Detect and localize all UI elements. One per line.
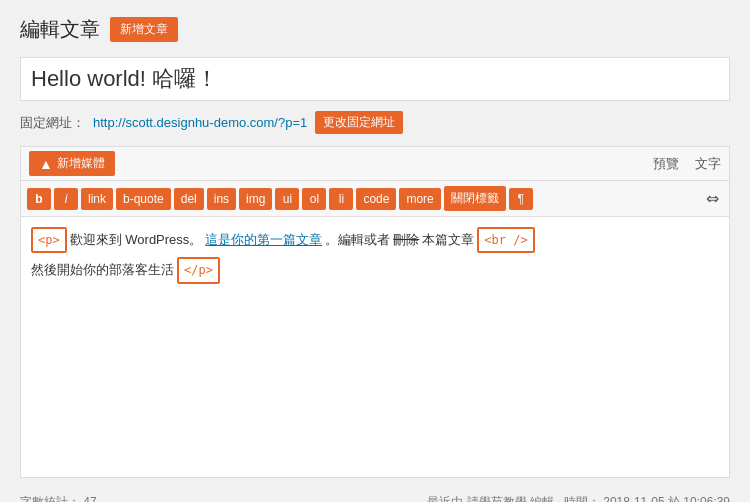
p-close-tag: </p> (177, 257, 220, 283)
tab-text[interactable]: 文字 (695, 153, 721, 175)
content-text-article: 本篇文章 (422, 229, 474, 251)
page-title: 編輯文章 (20, 16, 100, 43)
blockquote-button[interactable]: b-quote (116, 188, 171, 210)
editor-toolbar-top: ▲ 新增媒體 預覽 文字 (21, 147, 729, 181)
permalink-row: 固定網址： http://scott.designhu-demo.com/?p=… (20, 111, 730, 134)
p-open-tag: <p> (31, 227, 67, 253)
bold-button[interactable]: b (27, 188, 51, 210)
add-media-button[interactable]: ▲ 新增媒體 (29, 151, 115, 176)
word-count-value: 47 (83, 495, 96, 502)
link-button[interactable]: link (81, 188, 113, 210)
anchor-button[interactable]: ¶ (509, 188, 533, 210)
page-header: 編輯文章 新增文章 (20, 16, 730, 43)
ins-button[interactable]: ins (207, 188, 236, 210)
editor-container: ▲ 新增媒體 預覽 文字 b i link b-quote del ins im… (20, 146, 730, 478)
content-line-2: 然後開始你的部落客生活 </p> (31, 257, 719, 283)
change-permalink-button[interactable]: 更改固定網址 (315, 111, 403, 134)
word-count-label: 字數統計： (20, 495, 80, 502)
editor-content-area[interactable]: <p> 歡迎來到 WordPress。 這是你的第一篇文章 。編輯或者 刪除 本… (21, 217, 729, 477)
img-button[interactable]: img (239, 188, 272, 210)
page-footer: 字數統計： 47 最近由 請學苑教學 編輯 · 時間： 2018-11-05 於… (20, 490, 730, 502)
content-text-welcome: 歡迎來到 WordPress。 (70, 229, 203, 251)
del-button[interactable]: del (174, 188, 204, 210)
content-text-blog: 然後開始你的部落客生活 (31, 259, 174, 281)
ul-button[interactable]: ui (275, 188, 299, 210)
content-line-1: <p> 歡迎來到 WordPress。 這是你的第一篇文章 。編輯或者 刪除 本… (31, 227, 719, 253)
add-media-label: 新增媒體 (57, 155, 105, 172)
ol-button[interactable]: ol (302, 188, 326, 210)
content-del-text: 刪除 (393, 229, 419, 251)
last-edited-time: 2018-11-05 於 10:06:39 (603, 495, 730, 502)
content-text-edit: 。編輯或者 (325, 229, 390, 251)
italic-button[interactable]: i (54, 188, 78, 210)
word-count-area: 字數統計： 47 (20, 494, 97, 502)
new-post-button[interactable]: 新增文章 (110, 17, 178, 42)
last-edited-middle: 編輯 · 時間： (530, 495, 600, 502)
last-edited-user: 請學苑教學 (467, 495, 527, 502)
fullscreen-button[interactable]: ⇔ (702, 187, 723, 210)
related-tags-button[interactable]: 關閉標籤 (444, 186, 506, 211)
li-button[interactable]: li (329, 188, 353, 210)
editor-buttons-row: b i link b-quote del ins img ui ol li co… (21, 181, 729, 217)
more-button[interactable]: more (399, 188, 440, 210)
br-tag: <br /> (477, 227, 534, 253)
post-title-input[interactable] (20, 57, 730, 101)
content-link[interactable]: 這是你的第一篇文章 (205, 229, 322, 251)
permalink-label: 固定網址： (20, 114, 85, 132)
last-edited-prefix: 最近由 (427, 495, 463, 502)
add-media-icon: ▲ (39, 156, 53, 172)
tab-preview[interactable]: 預覽 (653, 153, 679, 175)
permalink-url[interactable]: http://scott.designhu-demo.com/?p=1 (93, 115, 307, 130)
code-button[interactable]: code (356, 188, 396, 210)
last-edited-area: 最近由 請學苑教學 編輯 · 時間： 2018-11-05 於 10:06:39 (427, 494, 730, 502)
editor-view-tabs: 預覽 文字 (653, 153, 721, 175)
